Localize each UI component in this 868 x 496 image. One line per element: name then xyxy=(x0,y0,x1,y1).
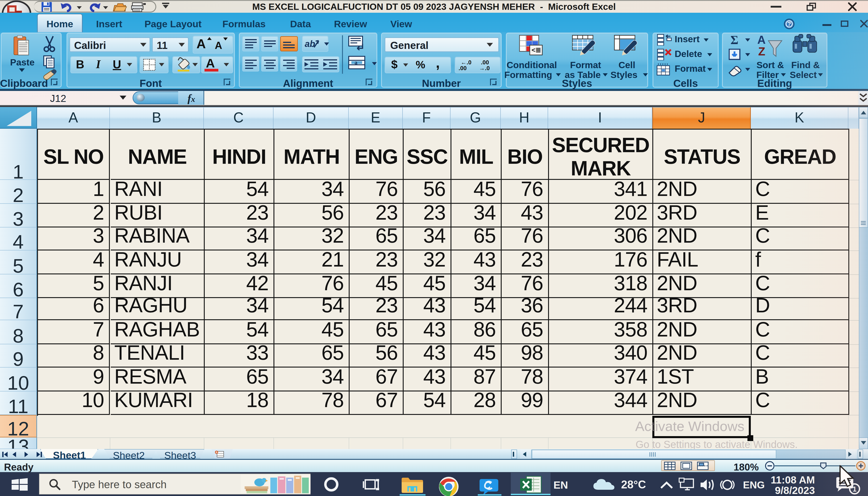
svg-text:A: A xyxy=(757,34,766,46)
svg-text:?: ? xyxy=(787,20,791,27)
svg-text:.00: .00 xyxy=(459,65,467,72)
svg-text:a: a xyxy=(355,59,357,66)
svg-text:ab: ab xyxy=(305,39,315,49)
svg-text:Z: Z xyxy=(758,45,765,58)
svg-text:→.0: →.0 xyxy=(479,65,490,72)
svg-text:<≣: <≣ xyxy=(532,46,541,53)
